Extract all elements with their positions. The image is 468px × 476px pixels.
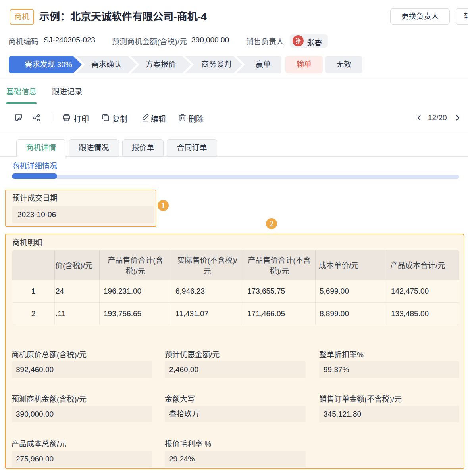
svg-text:商务谈判: 商务谈判	[201, 60, 231, 69]
svg-text:赢单: 赢单	[256, 60, 271, 69]
svg-text:需求发现 30%: 需求发现 30%	[25, 60, 72, 69]
svg-text:需求确认: 需求确认	[91, 60, 121, 69]
svg-text:无效: 无效	[336, 60, 351, 69]
svg-text:方案报价: 方案报价	[146, 60, 176, 69]
svg-text:输单: 输单	[297, 60, 312, 69]
